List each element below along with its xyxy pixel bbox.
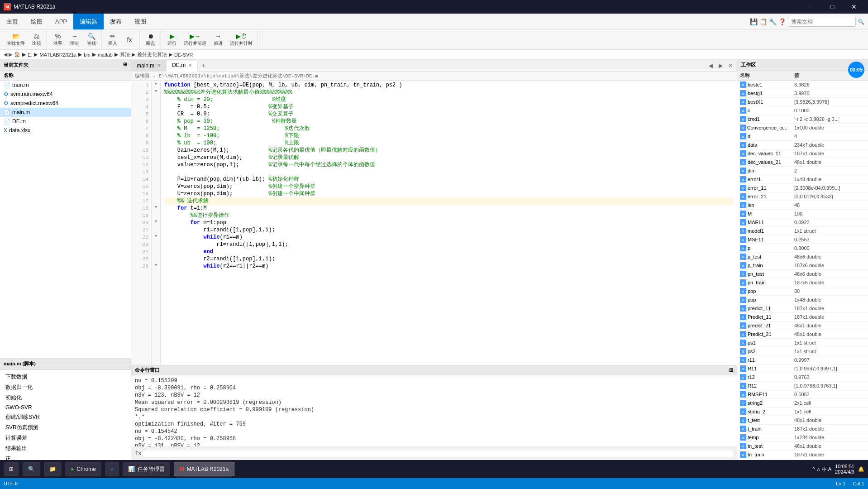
fold-20[interactable]: ▼ bbox=[152, 218, 160, 225]
menu-app[interactable]: APP bbox=[49, 14, 73, 29]
ws-row-len[interactable]: alen 48 bbox=[737, 201, 868, 210]
ws-row-tntrain[interactable]: atn_train 187x1 double bbox=[737, 451, 868, 459]
code-content[interactable]: function [best_x,trace]=DE(pop, M, lb, u… bbox=[161, 81, 737, 365]
fold-1[interactable]: ▼ bbox=[152, 81, 160, 88]
fold-26[interactable]: ▼ bbox=[152, 262, 160, 269]
ws-row-model1[interactable]: Smodel1 1x1 struct bbox=[737, 227, 868, 235]
ws-row-bestx1[interactable]: abestX1 [3.9826,3.9978] bbox=[737, 98, 868, 106]
ws-row-error21[interactable]: aerror_21 [0;0.0126;0.9532] bbox=[737, 192, 868, 201]
ws-row-ptest[interactable]: ap_test 48x6 double bbox=[737, 253, 868, 261]
ws-row-r11[interactable]: ar11 0.9997 bbox=[737, 356, 868, 364]
ws-row-cmd1[interactable]: acmd1 '-t 2 -c 3.9826 -g 3...' bbox=[737, 115, 868, 124]
fold-18[interactable]: ▼ bbox=[152, 204, 160, 211]
file-item-main[interactable]: 📄 main.m bbox=[0, 108, 131, 117]
close-button[interactable]: ✕ bbox=[844, 0, 864, 14]
ws-row-r12[interactable]: ar12 0.9763 bbox=[737, 373, 868, 382]
find-button[interactable]: 🔍 查找 bbox=[83, 31, 100, 48]
compare-button[interactable]: ⚖ 比较 bbox=[29, 31, 45, 48]
command-window-expand[interactable]: ⊞ bbox=[729, 367, 733, 373]
ws-row-Predict21[interactable]: aPredict_21 48x1 double bbox=[737, 330, 868, 339]
breadcrumb-matlab2[interactable]: matlab bbox=[98, 52, 113, 58]
ws-row-predict21[interactable]: apredict_21 48x1 double bbox=[737, 321, 868, 330]
search-input[interactable] bbox=[788, 17, 856, 27]
run-button[interactable]: ▶ 运行 bbox=[164, 31, 180, 48]
ws-row-dim[interactable]: adim 2 bbox=[737, 167, 868, 175]
left-sub-item-7[interactable]: 结果输出 bbox=[4, 443, 127, 454]
left-sub-item-4[interactable]: 创建/训练SVR bbox=[4, 412, 127, 422]
ws-row-pntrain[interactable]: apn_train 187x6 double bbox=[737, 278, 868, 287]
home-icon[interactable]: 🏠 bbox=[14, 52, 20, 58]
nav-arrows[interactable]: ◀ ▶ bbox=[4, 52, 12, 58]
ws-row-mse11[interactable]: aMSE11 0.2553 bbox=[737, 235, 868, 244]
ws-row-pop[interactable]: apop 30 bbox=[737, 287, 868, 296]
breadcrumb-e[interactable]: E: bbox=[28, 52, 32, 58]
taskbar-search[interactable]: 🔍 bbox=[23, 462, 40, 476]
run-timer-button[interactable]: ▶⏱ 运行并计时 bbox=[227, 31, 256, 48]
ws-row-dec11[interactable]: adec_values_11 187x1 double bbox=[737, 149, 868, 158]
ws-row-R12[interactable]: aR12 [1,0.9763;0.9763,1] bbox=[737, 382, 868, 390]
left-sub-item-5[interactable]: SVR仿真预测 bbox=[4, 422, 127, 433]
insert-button[interactable]: ✏ 插入 bbox=[105, 31, 121, 48]
ws-row-ttrain[interactable]: at_train 187x1 double bbox=[737, 425, 868, 433]
ws-row-bestc1[interactable]: abestc1 3.9826 bbox=[737, 81, 868, 89]
ws-row-ttest[interactable]: at_test 48x1 double bbox=[737, 416, 868, 425]
indent-button[interactable]: → 增进 bbox=[67, 31, 83, 48]
comment-button[interactable]: % 注释 bbox=[50, 31, 66, 48]
menu-home[interactable]: 主页 bbox=[0, 14, 24, 29]
left-sub-item-6[interactable]: 计算误差 bbox=[4, 433, 127, 443]
ws-row-pntest[interactable]: apn_test 48x6 double bbox=[737, 270, 868, 278]
tab-de-close[interactable]: ✕ bbox=[188, 63, 192, 68]
file-item-data[interactable]: X data.xlsx bbox=[0, 126, 131, 135]
tab-main[interactable]: main.m ✕ bbox=[131, 60, 167, 72]
ws-row-error1[interactable]: aerror1 1x48 double bbox=[737, 175, 868, 184]
toolbar-icon-4[interactable]: ❓ bbox=[778, 18, 786, 25]
taskbar-files[interactable]: 📁 bbox=[44, 462, 62, 476]
fold-22[interactable]: ▼ bbox=[152, 233, 160, 240]
ws-row-tntest[interactable]: atn_test 48x1 double bbox=[737, 442, 868, 451]
ws-row-Predict11[interactable]: aPredict_11 187x1 double bbox=[737, 313, 868, 321]
left-sub-item-3[interactable]: GWO-SVR bbox=[4, 403, 127, 412]
open-file-button[interactable]: 📂 查找文件 bbox=[4, 31, 28, 48]
ws-row-mae11[interactable]: aMAE11 0.0922 bbox=[737, 218, 868, 227]
advance-button[interactable]: → 前进 bbox=[210, 31, 226, 48]
taskbar-taskmgr[interactable]: 📊 任务管理器 bbox=[123, 462, 170, 476]
left-sub-item-0[interactable]: 下数数据 bbox=[4, 372, 127, 382]
search-icon[interactable]: 🔍 bbox=[858, 19, 864, 25]
breadcrumb-bin[interactable]: bin bbox=[84, 52, 91, 58]
ws-row-convergence[interactable]: aConvergence_cu... 1x100 double bbox=[737, 124, 868, 132]
ws-row-dec21[interactable]: adec_values_21 48x1 double bbox=[737, 158, 868, 167]
minimize-button[interactable]: ─ bbox=[800, 0, 821, 14]
ws-row-bestg1[interactable]: abestg1 3.9978 bbox=[737, 89, 868, 98]
notification-icon[interactable]: 🔔 bbox=[858, 466, 864, 472]
ws-row-ps2[interactable]: Sps2 1x1 struct bbox=[737, 347, 868, 356]
file-item-svmtrain[interactable]: ⚙ svmtrain.mexw64 bbox=[0, 90, 131, 99]
ws-row-c[interactable]: ac 0.1000 bbox=[737, 106, 868, 115]
menu-editor[interactable]: 编辑器 bbox=[73, 14, 104, 29]
left-sub-item-2[interactable]: 初始化 bbox=[4, 393, 127, 403]
ws-row-string-2[interactable]: cstring_2 1x1 cell bbox=[737, 408, 868, 416]
run-advance-button[interactable]: ▶→ 运行并前进 bbox=[181, 31, 210, 48]
taskbar-matlab[interactable]: M MATLAB R2021a bbox=[174, 462, 235, 476]
toolbar-icon-2[interactable]: 📋 bbox=[759, 18, 767, 25]
breadcrumb-matlab[interactable]: MATLABR2021a bbox=[39, 52, 76, 58]
ws-row-R11[interactable]: aR11 [1,0.9997;0.9997,1] bbox=[737, 364, 868, 373]
tab-add-button[interactable]: + bbox=[198, 60, 209, 72]
breadcrumb-algo[interactable]: 算法 bbox=[120, 51, 130, 58]
left-sub-item-1[interactable]: 数据归一化 bbox=[4, 382, 127, 393]
taskbar-chrome[interactable]: ● Chrome bbox=[65, 462, 101, 476]
tab-close-all[interactable]: ✕ bbox=[726, 61, 735, 70]
tab-main-close[interactable]: ✕ bbox=[157, 63, 161, 68]
ws-row-ptrain[interactable]: ap_train 187x6 double bbox=[737, 261, 868, 270]
fx-button[interactable]: fx bbox=[121, 34, 138, 45]
ws-row-error11[interactable]: aerror_11 [2.3008e-04;0.999...] bbox=[737, 184, 868, 192]
toolbar-icon-1[interactable]: 💾 bbox=[750, 18, 758, 25]
toolbar-icon-3[interactable]: 🔧 bbox=[769, 18, 777, 25]
tab-de[interactable]: DE.m ✕ bbox=[167, 60, 198, 72]
breakpoint-button[interactable]: ⏺ 断点 bbox=[143, 31, 159, 48]
taskbar-edge[interactable]: e bbox=[105, 462, 119, 476]
ws-row-M[interactable]: aM 100 bbox=[737, 210, 868, 218]
ws-row-string2[interactable]: cstring2 2x1 cell bbox=[737, 399, 868, 408]
taskbar-start[interactable]: ⊞ bbox=[4, 462, 19, 476]
file-item-train[interactable]: 📄 train.m bbox=[0, 81, 131, 90]
menu-publish[interactable]: 发布 bbox=[104, 14, 128, 29]
